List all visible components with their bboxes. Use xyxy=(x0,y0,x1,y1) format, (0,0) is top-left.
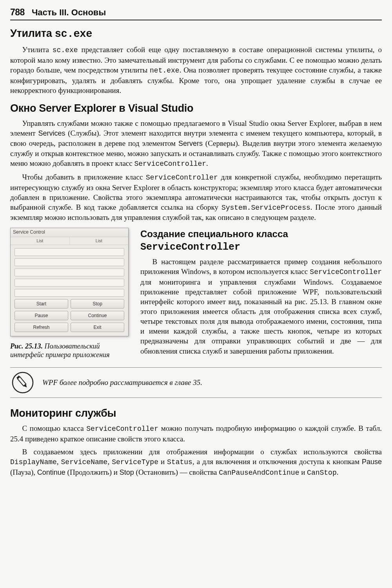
code-status: Status xyxy=(167,458,192,466)
para-monitoring-2: В создаваемом здесь приложении для отобр… xyxy=(10,447,382,478)
stop-button[interactable]: Stop xyxy=(71,299,124,309)
part-label: Часть III. Основы xyxy=(32,7,106,18)
code-servicename: ServiceName xyxy=(61,458,108,466)
heading-create-servicecontroller: Создание специального класса ServiceCont… xyxy=(140,228,382,254)
figure-field xyxy=(15,279,124,287)
ui-continue: Continue xyxy=(37,468,65,476)
para-create-servicecontroller: В настоящем разделе рассматривается прим… xyxy=(140,257,382,356)
figure-tabs: List List xyxy=(11,237,128,245)
figure-caption: Рис. 25.13. Пользовательский интерфейс п… xyxy=(10,342,132,359)
heading-create-code: ServiceController xyxy=(140,241,240,253)
para-server-explorer-2: Чтобы добавить в приложение класс Servic… xyxy=(10,172,382,223)
page-number: 788 xyxy=(10,6,25,18)
ui-services: Services xyxy=(38,129,65,137)
note-text: WPF более подробно рассматривается в гла… xyxy=(42,377,202,387)
figure-body: Start Stop Pause Continue Refresh Exit xyxy=(11,245,128,336)
heading-sc-exe: Утилита sc.exe xyxy=(10,27,382,42)
ui-stop: Stop xyxy=(120,468,134,476)
t: Чтобы добавить в приложение класс xyxy=(22,173,146,181)
figure-column: Service Control List List Start Stop Pau… xyxy=(10,228,132,359)
figure-field xyxy=(15,289,124,297)
code-net-exe: net.exe xyxy=(150,67,180,74)
t: , а для включения и отключения доступа к… xyxy=(192,457,362,466)
ui-pause: Pause xyxy=(362,458,382,466)
figure-field xyxy=(15,269,124,276)
t: (Продолжить) и xyxy=(65,468,120,476)
t: и xyxy=(158,457,167,466)
t: В создаваемом здесь приложении для отобр… xyxy=(22,448,382,456)
para-monitoring-1: С помощью класса ServiceController можно… xyxy=(10,423,382,444)
code-servicecontroller-2: ServiceController xyxy=(146,174,218,181)
t: Утилита xyxy=(22,45,52,54)
code-servicecontroller-4: ServiceController xyxy=(86,425,158,433)
t: . xyxy=(206,159,208,167)
para-sc-exe: Утилита sc.exe представляет собой еще од… xyxy=(10,45,382,95)
heading-server-explorer: Окно Server Explorer в Visual Studio xyxy=(10,102,382,116)
section-servicecontroller: Создание специального класса ServiceCont… xyxy=(140,228,382,359)
page: 788 Часть III. Основы Утилита sc.exe Ути… xyxy=(0,0,392,588)
para-server-explorer-1: Управлять службами можно также с помощью… xyxy=(10,118,382,169)
page-header: 788 Часть III. Основы xyxy=(10,6,382,20)
figure-caption-label: Рис. 25.13. xyxy=(10,342,43,350)
heading-create-a: Создание специального класса xyxy=(140,229,288,239)
code-sc-exe: sc.exe xyxy=(53,46,78,54)
exit-button[interactable]: Exit xyxy=(71,323,124,332)
t: С помощью класса xyxy=(22,424,86,432)
note-box: WPF более подробно рассматривается в гла… xyxy=(10,367,382,398)
figure-window: Service Control List List Start Stop Pau… xyxy=(10,228,129,336)
t: , xyxy=(57,457,61,466)
figure-field xyxy=(15,248,124,256)
figure-window-title: Service Control xyxy=(11,228,128,237)
ui-servers: Servers xyxy=(178,140,203,147)
t: для мониторинга и управления службами Wi… xyxy=(140,278,382,355)
code-canstop: CanStop xyxy=(307,469,337,477)
code-servicecontroller-1: ServiceController xyxy=(134,160,206,168)
t: (Пауза), xyxy=(10,468,37,476)
heading-sc-exe-a: Утилита xyxy=(10,27,55,39)
refresh-button[interactable]: Refresh xyxy=(15,323,68,332)
t: и xyxy=(299,468,307,476)
t: . xyxy=(337,468,339,476)
code-displayname: DisplayName xyxy=(10,458,57,466)
heading-sc-exe-code: sc.exe xyxy=(55,28,92,40)
svg-point-0 xyxy=(13,372,33,393)
figure-tab-1: List xyxy=(11,237,70,245)
code-canpauseandcontinue: CanPauseAndContinue xyxy=(219,469,299,477)
svg-marker-2 xyxy=(24,384,28,388)
code-system-serviceprocess: System.ServiceProcess xyxy=(221,204,310,212)
start-button[interactable]: Start xyxy=(15,299,68,309)
figure-buttons: Start Stop Pause Continue Refresh Exit xyxy=(15,299,124,332)
code-servicetype: ServiceType xyxy=(112,458,158,466)
figure-tab-2: List xyxy=(70,237,129,245)
svg-rect-1 xyxy=(18,377,26,386)
pause-button[interactable]: Pause xyxy=(15,311,68,320)
figure-and-section: Service Control List List Start Stop Pau… xyxy=(10,228,382,359)
pencil-icon xyxy=(12,372,34,394)
t: , xyxy=(107,457,112,466)
figure-field xyxy=(15,258,124,266)
t: (Остановить) — свойства xyxy=(134,468,219,476)
heading-monitoring: Мониторинг службы xyxy=(10,407,382,421)
code-servicecontroller-3: ServiceController xyxy=(310,268,382,276)
continue-button[interactable]: Continue xyxy=(71,311,124,320)
